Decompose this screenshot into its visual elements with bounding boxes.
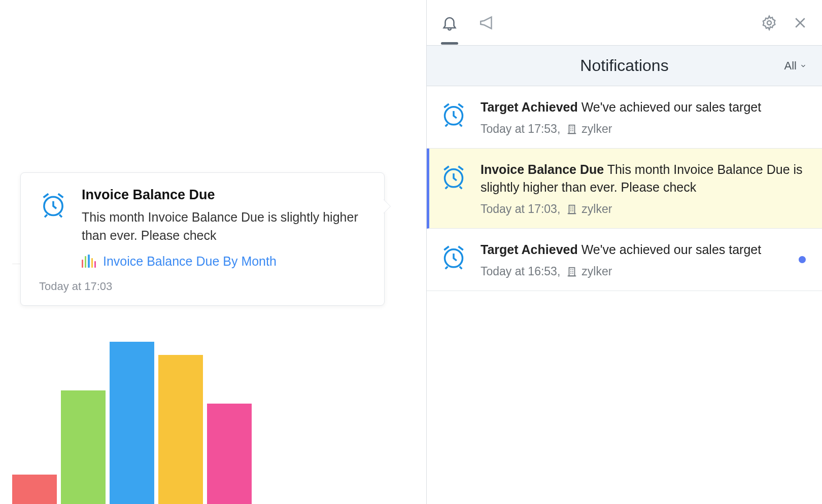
card-timestamp: Today at 17:03 xyxy=(39,280,368,293)
notification-item[interactable]: Target Achieved We've achieved our sales… xyxy=(427,229,822,291)
bell-icon[interactable] xyxy=(441,14,458,31)
notification-org: zylker xyxy=(566,202,612,216)
alarm-clock-icon xyxy=(438,243,469,278)
panel-title: Notifications xyxy=(580,56,668,75)
chevron-down-icon xyxy=(800,62,807,69)
notification-item[interactable]: Invoice Balance Due This month Invoice B… xyxy=(427,149,822,229)
svg-rect-3 xyxy=(569,125,575,133)
gear-icon[interactable] xyxy=(761,15,777,31)
notification-timestamp: Today at 16:53, xyxy=(481,265,560,278)
notification-text: Target Achieved We've achieved our sales… xyxy=(481,98,808,116)
panel-header: Notifications All xyxy=(427,46,822,86)
alarm-clock-icon xyxy=(37,190,70,220)
main-area: Invoice Balance Due This month Invoice B… xyxy=(0,0,386,504)
notification-text: Invoice Balance Due This month Invoice B… xyxy=(481,161,808,196)
card-title: Invoice Balance Due xyxy=(82,187,368,203)
notification-meta: Today at 16:53,zylker xyxy=(481,265,808,278)
svg-point-1 xyxy=(767,21,771,25)
notification-timestamp: Today at 17:03, xyxy=(481,202,560,216)
notification-text: Target Achieved We've achieved our sales… xyxy=(481,241,808,259)
alarm-clock-icon xyxy=(438,100,469,136)
close-icon[interactable] xyxy=(793,15,808,30)
background-chart xyxy=(12,342,252,504)
unread-dot xyxy=(799,256,806,263)
notifications-panel: Notifications All Target Achieved We've … xyxy=(426,0,822,504)
alarm-clock-icon xyxy=(438,163,469,216)
notification-org: zylker xyxy=(566,265,612,278)
notification-meta: Today at 17:53,zylker xyxy=(481,122,808,136)
card-arrow xyxy=(383,199,390,213)
megaphone-icon[interactable] xyxy=(478,14,496,31)
notification-meta: Today at 17:03,zylker xyxy=(481,202,808,216)
chart-bar xyxy=(61,390,106,504)
building-icon xyxy=(566,266,577,277)
notification-list: Target Achieved We've achieved our sales… xyxy=(427,86,822,291)
filter-label: All xyxy=(784,59,797,73)
panel-toolbar xyxy=(427,0,822,46)
chart-bar xyxy=(12,475,57,504)
chart-bar xyxy=(158,355,203,504)
bar-chart-icon xyxy=(82,255,96,268)
notification-timestamp: Today at 17:53, xyxy=(481,122,560,136)
notification-item[interactable]: Target Achieved We've achieved our sales… xyxy=(427,86,822,149)
chart-bar xyxy=(207,404,252,504)
notification-card: Invoice Balance Due This month Invoice B… xyxy=(20,172,385,306)
card-link[interactable]: Invoice Balance Due By Month xyxy=(103,254,277,269)
notification-org: zylker xyxy=(566,122,612,136)
building-icon xyxy=(566,124,577,135)
svg-rect-7 xyxy=(569,267,575,276)
chart-bar xyxy=(110,342,154,504)
card-text: This month Invoice Balance Due is slight… xyxy=(82,208,368,245)
filter-dropdown[interactable]: All xyxy=(784,59,807,73)
building-icon xyxy=(566,204,577,215)
svg-rect-5 xyxy=(569,205,575,213)
